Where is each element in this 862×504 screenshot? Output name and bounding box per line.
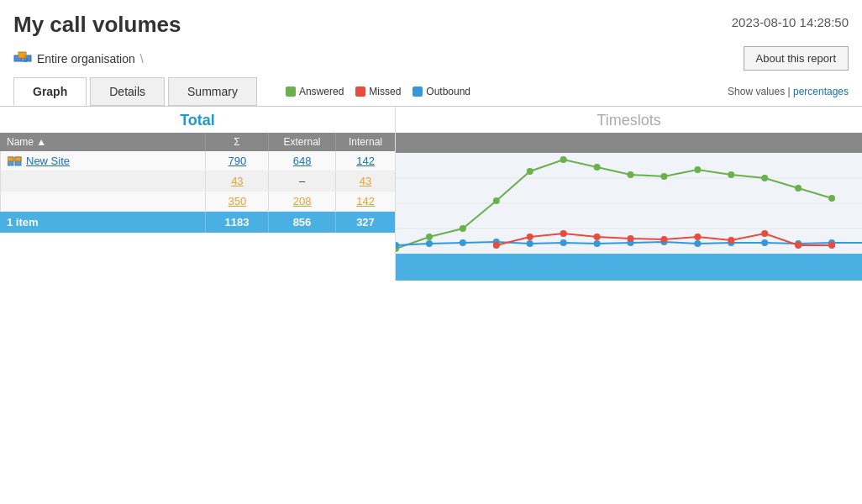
svg-point-44 bbox=[560, 230, 567, 237]
col-name-header: Name ▲ bbox=[0, 133, 206, 151]
tabs-legend-row: Graph Details Summary Answered Missed Ou… bbox=[0, 77, 862, 107]
cell-site-name: New Site bbox=[1, 151, 206, 171]
cell-answered-external: – bbox=[269, 171, 336, 191]
total-label: 1 item bbox=[0, 212, 206, 233]
site-name-link[interactable]: New Site bbox=[26, 155, 70, 167]
total-title-row: Total bbox=[0, 107, 395, 133]
cell-answered-sigma: 43 bbox=[206, 171, 269, 191]
legend: Answered Missed Outbound bbox=[286, 86, 470, 97]
svg-point-48 bbox=[694, 234, 701, 240]
col-sigma-header: Σ bbox=[206, 133, 269, 151]
total-title: Total bbox=[180, 112, 215, 129]
svg-point-20 bbox=[594, 164, 601, 171]
total-sigma: 1183 bbox=[206, 212, 269, 233]
chart-title-row: Timeslots bbox=[396, 107, 862, 133]
main-content: Total Name ▲ Σ External Internal bbox=[0, 107, 862, 281]
svg-rect-8 bbox=[8, 157, 13, 161]
svg-point-30 bbox=[460, 239, 466, 246]
answered-label: Answered bbox=[299, 86, 344, 97]
svg-rect-2 bbox=[18, 52, 26, 58]
legend-missed: Missed bbox=[355, 86, 401, 97]
tab-details[interactable]: Details bbox=[90, 77, 165, 106]
svg-point-29 bbox=[426, 240, 433, 247]
svg-point-23 bbox=[694, 166, 701, 173]
legend-answered: Answered bbox=[286, 86, 344, 97]
missed-dot bbox=[355, 87, 365, 97]
org-icon bbox=[13, 50, 32, 68]
cell-outbound-internal: 142 bbox=[336, 192, 395, 211]
table-section: Total Name ▲ Σ External Internal bbox=[0, 107, 395, 281]
table-row: New Site 790 648 142 bbox=[1, 151, 395, 171]
total-internal: 327 bbox=[336, 212, 395, 233]
chart-title: Timeslots bbox=[597, 112, 660, 129]
page-header: My call volumes 2023-08-10 14:28:50 bbox=[0, 0, 862, 43]
answered-dot bbox=[286, 87, 296, 97]
org-separator: \ bbox=[140, 52, 144, 66]
missed-label: Missed bbox=[369, 86, 401, 97]
outbound-dot bbox=[413, 87, 423, 97]
cell-outbound-sigma: 350 bbox=[206, 192, 269, 211]
show-values-text: Show values | bbox=[728, 86, 791, 97]
total-external: 856 bbox=[269, 212, 336, 233]
chart-header-bar bbox=[396, 133, 862, 153]
cell-answered-name bbox=[1, 171, 206, 191]
svg-rect-10 bbox=[15, 157, 21, 161]
svg-point-24 bbox=[728, 171, 734, 178]
cell-site-sigma: 790 bbox=[206, 151, 269, 171]
tab-summary[interactable]: Summary bbox=[168, 77, 257, 106]
show-values-row: Show values | percentages bbox=[728, 86, 849, 97]
col-internal-header: Internal bbox=[336, 133, 395, 151]
percentages-link[interactable]: percentages bbox=[793, 86, 849, 97]
legend-outbound: Outbound bbox=[413, 86, 470, 97]
tab-bar: Graph Details Summary bbox=[13, 77, 260, 106]
svg-point-52 bbox=[828, 242, 835, 249]
svg-point-32 bbox=[527, 240, 533, 247]
svg-point-22 bbox=[660, 173, 667, 180]
svg-point-45 bbox=[594, 234, 601, 240]
cell-site-external: 648 bbox=[269, 151, 336, 171]
data-rows: New Site 790 648 142 43 – bbox=[0, 151, 395, 212]
cell-site-internal: 142 bbox=[336, 151, 395, 171]
svg-point-50 bbox=[761, 230, 768, 237]
svg-point-46 bbox=[628, 235, 634, 242]
svg-point-43 bbox=[527, 234, 533, 240]
svg-point-17 bbox=[493, 197, 500, 204]
page-title: My call volumes bbox=[13, 12, 181, 38]
datetime-display: 2023-08-10 14:28:50 bbox=[732, 15, 849, 29]
table-row: 43 – 43 bbox=[1, 171, 395, 192]
org-row: Entire organisation \ bbox=[13, 50, 144, 68]
chart-area bbox=[396, 153, 862, 254]
svg-point-25 bbox=[761, 175, 768, 181]
chart-section: Timeslots bbox=[395, 107, 862, 281]
svg-point-34 bbox=[594, 240, 601, 247]
svg-point-39 bbox=[761, 239, 768, 246]
subheader: Entire organisation \ About this report bbox=[0, 43, 862, 77]
svg-point-18 bbox=[527, 168, 533, 175]
line-chart-svg bbox=[396, 153, 862, 254]
cell-outbound-name bbox=[1, 192, 206, 211]
svg-point-51 bbox=[795, 242, 802, 249]
site-icon bbox=[8, 155, 23, 167]
svg-point-26 bbox=[795, 185, 802, 192]
svg-point-33 bbox=[560, 239, 567, 246]
tab-graph[interactable]: Graph bbox=[13, 77, 87, 106]
svg-point-15 bbox=[426, 234, 433, 240]
svg-point-42 bbox=[493, 242, 500, 249]
org-name: Entire organisation bbox=[37, 52, 135, 66]
total-row: 1 item 1183 856 327 bbox=[0, 212, 395, 233]
column-headers: Name ▲ Σ External Internal bbox=[0, 133, 395, 151]
svg-point-16 bbox=[460, 225, 466, 232]
svg-point-19 bbox=[560, 156, 567, 163]
svg-point-21 bbox=[628, 171, 634, 178]
cell-answered-internal: 43 bbox=[336, 171, 395, 191]
table-row: 350 208 142 bbox=[1, 192, 395, 212]
svg-point-49 bbox=[728, 237, 734, 244]
svg-point-37 bbox=[694, 240, 701, 247]
col-external-header: External bbox=[269, 133, 336, 151]
cell-outbound-external: 208 bbox=[269, 192, 336, 211]
svg-point-27 bbox=[828, 195, 835, 202]
chart-total-bar bbox=[396, 254, 862, 281]
svg-point-47 bbox=[660, 236, 667, 243]
outbound-label: Outbound bbox=[426, 86, 470, 97]
about-report-button[interactable]: About this report bbox=[744, 46, 849, 71]
